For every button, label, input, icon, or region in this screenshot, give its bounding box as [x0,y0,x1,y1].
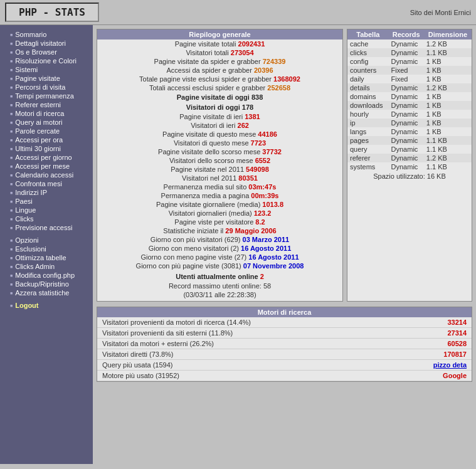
motori-row: Motore più usato (31952)Google [97,371,472,381]
bottom-section: Motori di ricerca Visitatori provenienti… [97,307,472,382]
table-row: hourlyDynamic1 KB [347,110,472,119]
tabella-body: cacheDynamic1.2 KBclicksDynamic1.1 KBcon… [347,40,472,171]
row-media-giornaliera: Pagine visitate giornaliere (media) 1013… [97,200,342,209]
row-pagine-2011: Pagine visitate nel 2011 549098 [97,165,342,174]
motori-rows: Visitatori provenienti da motori di rice… [97,317,472,381]
motori-row: Visitatori provenienti da motori di rice… [97,317,472,328]
row-pagine-mese: Pagine visitate di questo mese 44186 [97,130,342,139]
sidebar-item-modifica-configphp[interactable]: Modifica config.php [0,271,93,280]
sidebar-item-risoluzione-e-colori[interactable]: Risoluzione e Colori [0,56,93,65]
row-pagine-spider: Pagine visitate da spider e grabber 7243… [97,57,342,66]
col-records: Records [389,29,424,40]
table-row: queryDynamic1.1 KB [347,145,472,154]
sidebar-item-indirizzi-ip[interactable]: Indirizzi IP [0,188,93,197]
main-content: Riepilogo generale Pagine visitate total… [93,25,476,464]
motori-panel: Motori di ricerca Visitatori provenienti… [97,307,472,382]
sidebar-item-os-e-browser[interactable]: Os e Browser [0,48,93,56]
site-name: Sito dei Monti Ernici [410,9,471,16]
row-perm-pagina: Permanenza media a pagina 00m:39s [97,191,342,200]
table-row: ipDynamic1 KB [347,119,472,127]
section-online: Utenti attualmente online 2 [97,271,342,282]
sidebar-item-lingue[interactable]: Lingue [0,206,93,214]
sidebar-item-accessi-per-ora[interactable]: Accessi per ora [0,135,93,144]
sidebar-item-tempi-permanenza[interactable]: Tempi permanenza [0,92,93,100]
sidebar-item-azzera-statistiche[interactable]: Azzera statistiche [0,288,93,297]
spazio-utilizzato: Spazio utilizzato: 16 KB [347,171,472,181]
table-row: pagesDynamic1.1 KB [347,136,472,145]
main-layout: SommarioDettagli visitatoriOs e BrowserR… [0,25,476,464]
top-section: Riepilogo generale Pagine visitate total… [97,29,472,302]
sidebar-item-sistemi[interactable]: Sistemi [0,65,93,74]
sidebar-item-accessi-per-mese[interactable]: Accessi per mese [0,162,93,171]
sidebar-item-ultimi-30-giorni[interactable]: Ultimi 30 giorni [0,144,93,153]
table-row: cacheDynamic1.2 KB [347,40,472,48]
sidebar-item-referer-esterni[interactable]: Referer esterni [0,100,93,109]
tabella-table: Tabella Records Dimensione cacheDynamic1… [347,29,472,171]
motori-row: Query più usata (1594)pizzo deta [97,360,472,371]
sidebar-item-opzioni[interactable]: Opzioni [0,236,93,245]
motori-row: Visitatori provenienti da siti esterni (… [97,328,472,339]
sidebar-item-backupripristino[interactable]: Backup/Ripristino [0,280,93,288]
row-record-date: (03/03/11 alle 22:28:38) [97,290,342,299]
sidebar-item-dettagli-visitatori[interactable]: Dettagli visitatori [0,39,93,48]
row-perm-sito: Permanenza media sul sito 03m:47s [97,182,342,191]
motori-row: Visitatori diretti (73.8%)170817 [97,349,472,360]
row-visitatori-mese: Visitatori di questo mese 7723 [97,139,342,147]
row-record-online: Record massimo utenti online: 58 [97,282,342,290]
row-pagine-scorso-mese: Pagine visitate dello scorso mese 37732 [97,147,342,156]
motori-row: Visitatori da motori + esterni (26.2%)60… [97,339,472,349]
row-visitatori-media: Visitatori giornalieri (media) 123.2 [97,209,342,218]
table-row: refererDynamic1.2 KB [347,154,472,162]
row-statistiche-inizio: Statistiche iniziate il 29 Maggio 2006 [97,226,342,235]
section-visitatori-oggi: Visitatori di oggi 178 [97,102,342,112]
sidebar-item-previsione-accessi[interactable]: Previsione accessi [0,223,93,232]
sidebar-item-percorsi-di-visita[interactable]: Percorsi di visita [0,83,93,92]
section-oggi: Pagine visitate di oggi 838 [97,92,342,102]
sidebar-item-pagine-visitate[interactable]: Pagine visitate [0,74,93,83]
row-min-visitatori: Giorno con meno visitatori (2) 16 Agosto… [97,244,342,253]
sidebar-item-clicks-admin[interactable]: Clicks Admin [0,262,93,271]
tabella-panel: Tabella Records Dimensione cacheDynamic1… [347,29,472,302]
sidebar-item-parole-cercate[interactable]: Parole cercate [0,127,93,135]
sidebar-item-accessi-per-giorno[interactable]: Accessi per giorno [0,153,93,162]
sidebar-item-query-ai-motori[interactable]: Query ai motori [0,118,93,127]
col-tabella: Tabella [347,29,389,40]
sidebar-item-calendario-accessi[interactable]: Calendario accessi [0,171,93,179]
row-visitatori-totali: Visitatori totali 273054 [97,48,342,57]
table-row: dailyFixed1 KB [347,75,472,83]
row-totale-esclusi: Totale pagine viste esclusi spider e gra… [97,75,342,83]
table-row: domainsDynamic1 KB [347,92,472,101]
sidebar-item-esclusioni[interactable]: Esclusioni [0,245,93,253]
motori-header: Motori di ricerca [97,307,472,317]
row-max-pagine: Giorno con più pagine viste (3081) 07 No… [97,261,342,270]
app-title: PHP - STATS [5,3,99,22]
row-pagine-totali: Pagine visitate totali 2092431 [97,40,342,48]
row-visitatori-scorso-mese: Visitatori dello scorso mese 6552 [97,156,342,165]
sidebar-item-paesi[interactable]: Paesi [0,197,93,206]
table-row: systemsDynamic1.1 KB [347,162,472,171]
sidebar-item-confronta-mesi[interactable]: Confronta mesi [0,179,93,188]
table-row: detailsDynamic1.2 KB [347,83,472,92]
table-row: langsDynamic1 KB [347,127,472,136]
row-pagine-per-visitatore: Pagine viste per visitatore 8.2 [97,218,342,226]
row-visitatori-ieri: Visitatori di ieri 262 [97,121,342,130]
row-accessi-spider: Accessi da spider e grabber 20396 [97,66,342,75]
riepilogo-header: Riepilogo generale [97,29,342,40]
sidebar-item-sommario[interactable]: Sommario [0,30,93,39]
row-visitatori-2011: Visitatori nel 2011 80351 [97,174,342,182]
table-row: countersFixed1 KB [347,66,472,75]
col-dimensione: Dimensione [424,29,472,40]
row-max-visitatori: Giorno con più visitatori (629) 03 Marzo… [97,235,342,244]
table-row: downloadsDynamic1 KB [347,101,472,110]
row-min-pagine: Giorno con meno pagine viste (27) 16 Ago… [97,253,342,261]
sidebar: SommarioDettagli visitatoriOs e BrowserR… [0,25,93,464]
sidebar-item-motori-di-ricerca[interactable]: Motori di ricerca [0,109,93,118]
sidebar-item-ottimizza-tabelle[interactable]: Ottimizza tabelle [0,253,93,262]
row-pagine-ieri: Pagine visitate di ieri 1381 [97,112,342,121]
table-row: clicksDynamic1.1 KB [347,48,472,57]
row-accessi-esclusi: Totali accessi esclusi spider e grabber … [97,83,342,92]
sidebar-item-clicks[interactable]: Clicks [0,214,93,223]
sidebar-item-logout[interactable]: Logout [0,301,93,310]
header: PHP - STATS Sito dei Monti Ernici [0,0,476,25]
riepilogo-panel: Riepilogo generale Pagine visitate total… [97,29,343,302]
